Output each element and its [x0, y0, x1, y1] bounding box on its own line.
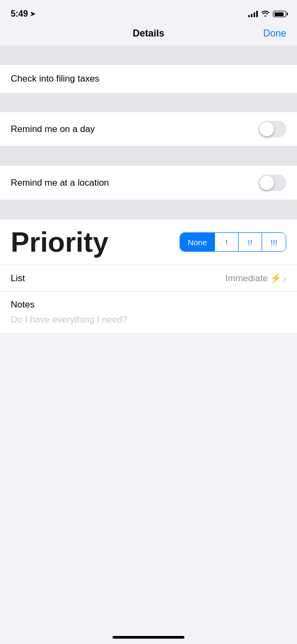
home-indicator	[113, 636, 184, 639]
list-label: List	[11, 273, 25, 284]
location-arrow-icon: ➤	[30, 10, 35, 18]
nav-title: Details	[132, 28, 164, 39]
wifi-icon	[261, 10, 270, 18]
status-time: 5:49 ➤	[11, 9, 35, 19]
priority-low-button[interactable]: !	[215, 233, 239, 251]
list-value: Immediate ⚡ ›	[225, 273, 286, 284]
task-title-section: Check into filing taxes	[0, 65, 297, 93]
status-icons	[248, 10, 286, 18]
priority-high-button[interactable]: !!!	[262, 233, 286, 251]
remind-location-row: Remind me at a location	[0, 166, 297, 200]
priority-buttons-group: None ! !! !!!	[180, 232, 286, 252]
nav-bar: Details Done	[0, 24, 297, 46]
priority-none-button[interactable]: None	[180, 233, 215, 251]
chevron-right-icon: ›	[284, 274, 286, 283]
done-button[interactable]: Done	[263, 28, 286, 39]
section-divider-2	[0, 93, 297, 112]
battery-icon	[273, 11, 286, 17]
notes-section: Notes Do I have everything I need?	[0, 292, 297, 333]
remind-day-row: Remind me on a day	[0, 112, 297, 147]
remind-location-label: Remind me at a location	[11, 178, 109, 188]
remind-day-toggle[interactable]	[258, 121, 286, 137]
section-divider-4	[0, 200, 297, 219]
status-bar: 5:49 ➤	[0, 0, 297, 24]
list-row[interactable]: List Immediate ⚡ ›	[0, 265, 297, 292]
remind-location-toggle[interactable]	[258, 174, 286, 191]
list-value-text: Immediate	[225, 273, 268, 284]
signal-icon	[248, 11, 258, 17]
priority-label: Priority	[11, 228, 108, 256]
priority-medium-button[interactable]: !!	[239, 233, 262, 251]
section-divider-1	[0, 46, 297, 65]
priority-row: Priority None ! !! !!!	[0, 219, 297, 265]
notes-label: Notes	[11, 299, 286, 310]
section-divider-3	[0, 147, 297, 166]
notes-placeholder[interactable]: Do I have everything I need?	[11, 314, 286, 325]
task-title: Check into filing taxes	[11, 74, 99, 84]
remind-day-label: Remind me on a day	[11, 124, 95, 135]
list-icon: ⚡	[270, 273, 281, 284]
